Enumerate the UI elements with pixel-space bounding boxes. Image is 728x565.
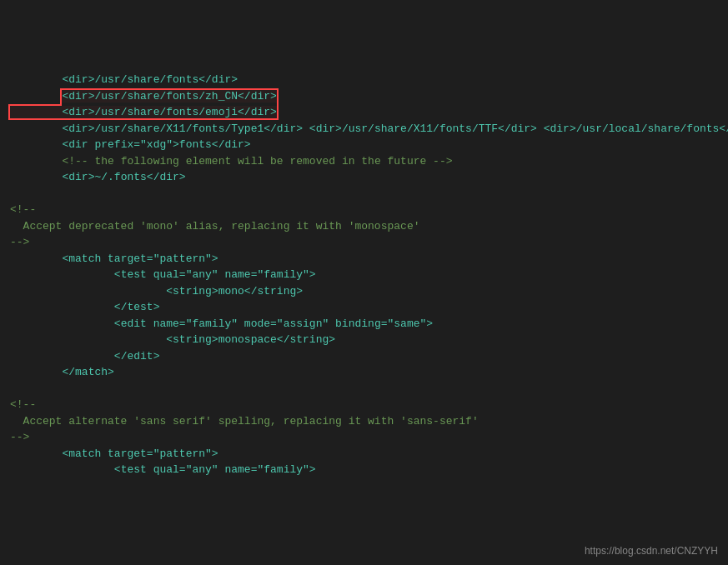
highlight-zh-cn: <dir>/usr/share/fonts/zh_CN</dir> <dir>/…: [10, 90, 277, 119]
match-mono-open: <match target="pattern">: [62, 252, 218, 265]
code-editor: <dir>/usr/share/fonts</dir> <dir>/usr/sh…: [0, 0, 728, 485]
string-mono: <string>mono</string>: [166, 285, 303, 298]
comment-mono: <!-- Accept deprecated 'mono' alias, rep…: [10, 203, 419, 248]
edit-close: </edit>: [114, 350, 160, 362]
comment-sans: <!-- Accept alternate 'sans serif' spell…: [10, 398, 479, 443]
edit-family: <edit name="family" mode="assign" bindin…: [114, 318, 433, 330]
dir-home-fonts: <dir>~/.fonts</dir>: [62, 171, 185, 183]
dir-x11-type1: <dir>/usr/share/X11/fonts/Type1</dir> <d…: [62, 122, 728, 135]
dir-usr-share: <dir>/usr/share/fonts</dir>: [62, 73, 238, 86]
match-mono-close: </match>: [62, 366, 113, 378]
test-sans-family: <test qual="any" name="family">: [114, 463, 316, 476]
string-monospace: <string>monospace</string>: [166, 333, 335, 346]
dir-zh-cn: <dir>/usr/share/fonts/zh_CN</dir>: [62, 90, 276, 102]
comment-future-removal: <!-- the following element will be remov…: [62, 155, 452, 168]
match-sans-open: <match target="pattern">: [62, 448, 218, 460]
test-family-close: </test>: [114, 301, 160, 313]
dir-emoji: <dir>/usr/share/fonts/emoji</dir>: [62, 106, 276, 118]
test-family-open: <test qual="any" name="family">: [114, 268, 316, 281]
watermark: https://blog.csdn.net/CNZYYH: [585, 543, 718, 558]
dir-xdg: <dir prefix="xdg">fonts</dir>: [62, 138, 250, 151]
